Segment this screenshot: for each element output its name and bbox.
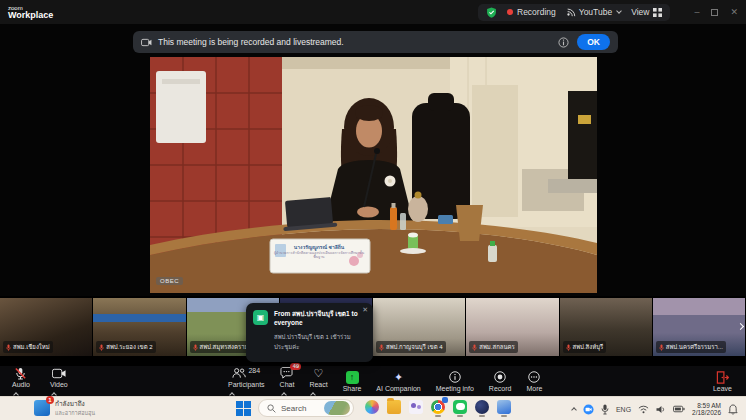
search-placeholder: Search (281, 404, 306, 413)
tray-zoom-icon[interactable] (583, 404, 594, 415)
people-app-icon (409, 400, 423, 414)
sparkle-icon: ✦ (394, 371, 403, 384)
search-icon (267, 404, 276, 413)
participant-name: สพป.ระยอง เขต 2 (106, 342, 152, 352)
participant-thumbnail[interactable]: สพม.สกลนคร (466, 298, 559, 356)
maximize-button[interactable] (711, 9, 718, 16)
wifi-icon[interactable] (638, 405, 649, 414)
recording-dot-icon (507, 9, 513, 15)
speaker-nameplate: นางวรัญญูภรณ์ ชาลีถิ่น ผู้อำนวยการสำนักต… (272, 243, 366, 259)
chat-toast-message: สพป.ปราจีนบุรี เขต 1 เข้าร่วมประชุมค่ะ (274, 332, 366, 352)
folder-icon (387, 400, 401, 414)
taskbar-app-line[interactable] (453, 400, 467, 417)
react-button[interactable]: ♡ React (309, 367, 327, 388)
taskbar-app-chrome[interactable] (431, 400, 445, 417)
participant-thumbnail[interactable]: สพป.ระยอง เขต 2 (93, 298, 186, 356)
share-screen-icon: ↑ (346, 371, 359, 384)
more-button[interactable]: More (526, 371, 542, 392)
taskbar-app-copilot[interactable] (365, 400, 379, 414)
leave-button[interactable]: Leave (713, 371, 732, 392)
record-icon (494, 371, 506, 384)
running-indicator (479, 415, 485, 417)
share-button[interactable]: ↑ Share (343, 371, 362, 392)
participant-thumbnail[interactable]: สพม.เชียงใหม่ (0, 298, 93, 356)
info-circle-icon (449, 371, 461, 384)
recording-banner: This meeting is being recorded and lives… (133, 31, 618, 53)
banner-ok-button[interactable]: OK (577, 34, 610, 50)
video-button[interactable]: Video (50, 367, 68, 388)
participant-name: สพป.กาญจนบุรี เขต 4 (386, 342, 443, 352)
chevron-right-icon (736, 322, 743, 329)
record-button[interactable]: Record (489, 371, 512, 392)
mic-muted-icon (566, 344, 571, 351)
titlebar: zoom Workplace Recording YouTube View (0, 0, 746, 24)
filmstrip-next-button[interactable] (733, 318, 745, 336)
close-button[interactable]: ✕ (730, 7, 738, 17)
participant-filmstrip: สพม.เชียงใหม่ สพป.ระยอง เขต 2 สพป.สมุทรส… (0, 298, 746, 356)
audio-button[interactable]: Audio (12, 367, 30, 388)
obec-watermark: OBEC (156, 277, 183, 285)
camera-icon (52, 367, 66, 380)
running-indicator (435, 415, 441, 417)
taskbar-app-file-explorer[interactable] (387, 400, 401, 414)
chat-button[interactable]: 49 Chat (280, 367, 295, 388)
toast-close-icon[interactable]: ✕ (362, 306, 368, 314)
blue-app-icon (497, 400, 511, 414)
minimize-button[interactable]: – (694, 7, 699, 17)
participants-icon (232, 367, 246, 379)
recording-banner-message: This meeting is being recorded and lives… (158, 37, 344, 47)
participant-thumbnail[interactable]: สพป.นครศรีธรรมรา... (653, 298, 746, 356)
participant-thumbnail[interactable]: สพป.กาญจนบุรี เขต 4 (373, 298, 466, 356)
zoom-workplace-logo: zoom Workplace (8, 5, 53, 20)
chat-notification-toast[interactable]: ✕ ▣ From สพป.ปราจีนบุรี เขต1 to everyone… (246, 303, 373, 362)
notification-bell-icon[interactable] (728, 404, 738, 415)
battery-icon[interactable] (673, 405, 685, 413)
widget-subline: และอากาศอบอุ่น (55, 409, 95, 417)
participant-name: สพป.นครศรีธรรมรา... (666, 342, 723, 352)
widget-weather-icon: 1 (34, 400, 50, 416)
livestream-youtube-button[interactable]: YouTube (566, 7, 621, 17)
participants-button[interactable]: 284 Participants (228, 367, 265, 388)
zoom-meeting-window: zoom Workplace Recording YouTube View (0, 0, 746, 420)
speaker-icon[interactable] (656, 405, 666, 414)
meeting-room-scene (150, 57, 597, 293)
chat-toast-icon: ▣ (253, 310, 268, 325)
info-icon[interactable] (558, 37, 569, 48)
clock-date: 2/18/2026 (692, 409, 721, 416)
grid-view-icon (653, 8, 662, 17)
chrome-icon (431, 400, 445, 414)
mic-muted-icon (14, 367, 27, 380)
tray-mic-in-use-icon[interactable] (601, 404, 609, 415)
meeting-info-button[interactable]: Meeting info (436, 371, 474, 392)
start-button[interactable] (236, 401, 251, 416)
mic-muted-icon (6, 344, 11, 351)
participant-thumbnail[interactable]: สพป.สิงห์บุรี (560, 298, 653, 356)
chat-toast-title: From สพป.ปราจีนบุรี เขต1 to everyone (274, 310, 366, 328)
main-stage: นางวรัญญูภรณ์ ชาลีถิ่น ผู้อำนวยการสำนักต… (0, 24, 746, 296)
copilot-icon (365, 400, 379, 414)
tray-language[interactable]: ENG (616, 406, 631, 413)
mic-muted-icon (659, 344, 664, 351)
ai-companion-button[interactable]: ✦ AI Companion (376, 371, 420, 392)
taskbar-clock[interactable]: 8:59 AM 2/18/2026 (692, 402, 721, 417)
broadcast-icon (566, 7, 576, 17)
recording-indicator[interactable]: Recording (507, 7, 556, 17)
view-button[interactable]: View (631, 7, 662, 17)
mic-muted-icon (193, 344, 198, 351)
participant-name: สพม.เชียงใหม่ (13, 342, 50, 352)
mic-muted-icon (472, 344, 477, 351)
participant-name: สพป.สิงห์บุรี (573, 342, 604, 352)
tray-show-hidden-icons[interactable] (571, 407, 577, 413)
meeting-toolbar: Audio Video (0, 366, 746, 396)
line-app-icon (453, 400, 467, 414)
widgets-button[interactable]: 1 กำลังมาถึง และอากาศอบอุ่น (34, 399, 95, 417)
dark-app-icon (475, 400, 489, 414)
taskbar-app-people[interactable] (409, 400, 423, 414)
encryption-shield-icon (486, 7, 497, 18)
active-speaker-video[interactable]: นางวรัญญูภรณ์ ชาลีถิ่น ผู้อำนวยการสำนักต… (150, 57, 597, 293)
taskbar-app-blue[interactable] (497, 400, 511, 417)
taskbar-app-dark[interactable] (475, 400, 489, 417)
search-box[interactable]: Search (258, 399, 354, 417)
participants-count: 284 (248, 367, 260, 374)
widget-notification-badge: 1 (46, 396, 54, 404)
